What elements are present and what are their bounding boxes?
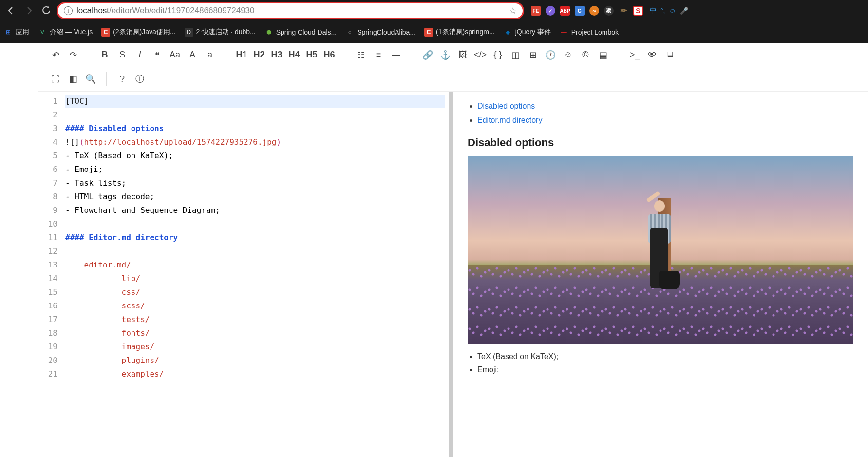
forward-button[interactable] (21, 3, 36, 18)
bookmark-item[interactable]: ○SpringCloudAliba... (345, 28, 415, 37)
extension-icon[interactable]: 猴 (604, 6, 614, 16)
bookmark-label: SpringCloudAliba... (357, 28, 415, 36)
bookmark-label: Spring Cloud Dals... (276, 28, 337, 36)
site-info-icon[interactable]: i (64, 6, 73, 15)
bookmark-item[interactable]: C(1条消息)springm... (424, 28, 495, 37)
bookmark-label: jQuery 事件 (515, 28, 551, 37)
back-button[interactable] (4, 3, 19, 18)
extension-icon[interactable]: ABP (560, 6, 570, 16)
browser-chrome: i localhost/editorWeb/edit/1197024866809… (0, 0, 868, 43)
bookmark-label: (2条消息)Java使用... (113, 28, 175, 37)
extension-icon[interactable]: G (575, 6, 585, 16)
extension-icon[interactable]: ✓ (546, 6, 555, 16)
csdn-icon: C (424, 28, 433, 37)
bookmark-label: (1条消息)springm... (436, 28, 495, 37)
github-icon: ○ (345, 28, 354, 37)
lombok-icon: — (560, 28, 568, 37)
bookmark-star-icon[interactable]: ☆ (509, 5, 517, 16)
vue-icon: V (38, 28, 47, 37)
url-text: localhost/editorWeb/edit/119702486680972… (76, 6, 505, 16)
bookmark-label: 应用 (16, 28, 29, 37)
extension-icon[interactable]: ✒ (619, 6, 628, 16)
ime-status-icon[interactable]: °, (660, 7, 665, 15)
bookmark-item[interactable]: ⬢Spring Cloud Dals... (264, 28, 337, 37)
ime-status-icons: 中°,☺🎤 (650, 6, 688, 15)
extension-icon[interactable]: S (633, 6, 643, 16)
bookmark-item[interactable]: D2 快速启动 · dubb... (185, 28, 256, 37)
jquery-icon: ◆ (504, 28, 512, 37)
url-bar[interactable]: i localhost/editorWeb/edit/1197024866809… (57, 2, 524, 19)
bookmark-label: 2 快速启动 · dubb... (196, 28, 256, 37)
bookmark-item[interactable]: ⊞应用 (4, 28, 29, 37)
bookmark-item[interactable]: ◆jQuery 事件 (504, 28, 551, 37)
bookmark-label: 介绍 — Vue.js (50, 28, 93, 37)
extension-icon[interactable]: FE (531, 6, 541, 16)
bookmark-item[interactable]: C(2条消息)Java使用... (101, 28, 175, 37)
apps-icon: ⊞ (4, 28, 13, 37)
bookmark-item[interactable]: —Project Lombok (560, 28, 619, 37)
bookmark-item[interactable]: V介绍 — Vue.js (38, 28, 93, 37)
bookmark-label: Project Lombok (571, 28, 619, 36)
ime-status-icon[interactable]: 中 (650, 6, 657, 15)
extension-icons: FE✓ABPG∞猴✒S (527, 6, 647, 16)
dubbo-icon: D (185, 28, 193, 37)
bookmarks-bar: ⊞应用V介绍 — Vue.jsC(2条消息)Java使用...D2 快速启动 ·… (0, 21, 868, 43)
extension-icon[interactable]: ∞ (589, 6, 599, 16)
ime-status-icon[interactable]: 🎤 (680, 7, 688, 15)
nav-bar: i localhost/editorWeb/edit/1197024866809… (0, 0, 868, 21)
spring-icon: ⬢ (264, 28, 273, 37)
reload-button[interactable] (39, 3, 54, 18)
ime-status-icon[interactable]: ☺ (669, 7, 676, 15)
csdn-icon: C (101, 28, 110, 37)
